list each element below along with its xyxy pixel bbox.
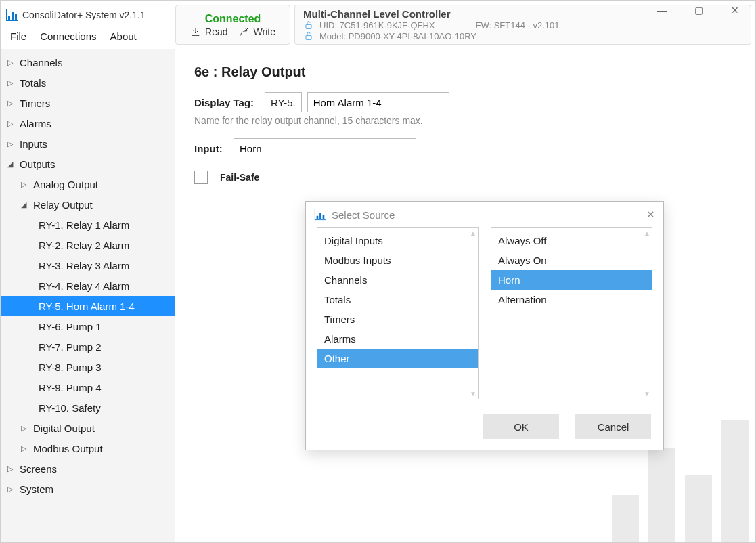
connection-status: Connected [205,13,261,25]
list-item[interactable]: Alarms [317,329,478,349]
list-item[interactable]: Modbus Inputs [317,251,478,270]
menu-about[interactable]: About [110,30,137,42]
menu-connections[interactable]: Connections [40,30,96,42]
nav-relay-output[interactable]: ◢Relay Output [1,194,175,215]
nav-analog-output[interactable]: ▷Analog Output [1,174,175,194]
display-tag-label: Display Tag: [194,97,259,108]
cancel-button[interactable]: Cancel [575,414,651,439]
app-title: ConsoliDator+ System v2.1.1 [22,9,146,20]
nav-channels[interactable]: ▷Channels [1,52,175,72]
nav-relay-item[interactable]: RY-3. Relay 3 Alarm [1,255,175,276]
section-title: 6e : Relay Output [194,64,305,80]
nav-tree[interactable]: ▷Channels ▷Totals ▷Timers ▷Alarms ▷Input… [1,49,175,542]
list-item-selected[interactable]: Horn [491,270,652,290]
category-listbox[interactable]: ▲ Digital Inputs Modbus Inputs Channels … [317,227,479,399]
dialog-title: Select Source [332,209,395,221]
nav-timers[interactable]: ▷Timers [1,93,175,113]
chevron-right-icon: ▷ [7,58,17,67]
list-item[interactable]: Always On [491,251,652,270]
window-controls: — ▢ ✕ [654,1,755,16]
scroll-down-icon: ▼ [470,390,476,397]
nav-relay-item[interactable]: RY-2. Relay 2 Alarm [1,235,175,255]
list-item[interactable]: Channels [317,270,478,290]
titlebar-left: ConsoliDator+ System v2.1.1 File Connect… [1,1,175,49]
device-uid: UID: 7C51-961K-9KJF-QFHX [319,20,435,30]
nav-relay-item[interactable]: RY-10. Safety [1,397,175,418]
write-label: Write [254,26,275,37]
dialog-titlebar: Select Source ✕ [306,202,663,227]
list-item[interactable]: Always Off [491,231,652,251]
read-label: Read [205,26,227,37]
nav-screens[interactable]: ▷Screens [1,458,175,479]
nav-alarms[interactable]: ▷Alarms [1,113,175,133]
chevron-right-icon: ▷ [21,424,30,433]
nav-inputs[interactable]: ▷Inputs [1,133,175,154]
chevron-right-icon: ▷ [7,485,17,494]
chevron-right-icon: ▷ [21,444,30,453]
chevron-down-icon: ◢ [21,200,30,209]
read-button[interactable]: Read [190,26,227,37]
input-label: Input: [194,143,228,154]
nav-system[interactable]: ▷System [1,479,175,499]
list-item[interactable]: Alternation [491,290,652,309]
section-header: 6e : Relay Output [194,64,736,80]
display-tag-help: Name for the relay output channel, 15 ch… [194,115,736,126]
chevron-right-icon: ▷ [7,464,17,473]
app-logo-icon [6,9,18,21]
nav-totals[interactable]: ▷Totals [1,72,175,93]
unlock-icon-2 [303,30,314,41]
nav-relay-item[interactable]: RY-8. Pump 3 [1,357,175,377]
list-item[interactable]: Timers [317,309,478,329]
svg-rect-1 [306,35,311,39]
maximize-button[interactable]: ▢ [690,5,707,16]
failsafe-row: Fail-Safe [194,171,736,184]
chevron-right-icon: ▷ [7,99,17,108]
chevron-right-icon: ▷ [7,79,17,87]
select-source-dialog: Select Source ✕ ▲ Digital Inputs Modbus … [305,201,664,450]
write-button[interactable]: Write [239,26,275,37]
titlebar: ConsoliDator+ System v2.1.1 File Connect… [1,1,755,49]
menubar: File Connections About [6,24,170,42]
list-item[interactable]: Totals [317,290,478,309]
dialog-close-button[interactable]: ✕ [646,209,655,221]
nav-relay-item[interactable]: RY-7. Pump 2 [1,336,175,357]
scroll-down-icon: ▼ [644,390,650,397]
nav-relay-item[interactable]: RY-9. Pump 4 [1,377,175,397]
nav-relay-item[interactable]: RY-6. Pump 1 [1,316,175,336]
chevron-right-icon: ▷ [21,180,30,189]
nav-relay-item[interactable]: RY-1. Relay 1 Alarm [1,215,175,235]
ok-button[interactable]: OK [483,414,559,439]
scroll-up-icon: ▲ [470,230,476,237]
option-listbox[interactable]: ▲ Always Off Always On Horn Alternation … [491,227,652,399]
display-tag-input[interactable] [307,92,449,112]
download-icon [190,26,201,37]
dialog-body: ▲ Digital Inputs Modbus Inputs Channels … [306,227,663,408]
body: ▷Channels ▷Totals ▷Timers ▷Alarms ▷Input… [1,49,755,542]
unlock-icon [303,20,314,30]
nav-modbus-output[interactable]: ▷Modbus Output [1,438,175,458]
app-logo-icon [315,209,326,220]
divider [312,72,736,72]
close-button[interactable]: ✕ [727,5,743,16]
menu-file[interactable]: File [10,30,26,42]
scroll-up-icon: ▲ [644,230,650,237]
failsafe-checkbox[interactable] [194,171,208,184]
nav-relay-item[interactable]: RY-4. Relay 4 Alarm [1,276,175,296]
svg-rect-0 [306,24,311,28]
display-tag-row: Display Tag: RY-5. [194,92,736,112]
minimize-button[interactable]: — [654,5,670,16]
input-source-field[interactable] [234,138,416,158]
share-icon [239,26,250,37]
chevron-down-icon: ◢ [7,160,17,169]
nav-relay-item-selected[interactable]: RY-5. Horn Alarm 1-4 [1,296,175,316]
nav-digital-output[interactable]: ▷Digital Output [1,418,175,438]
display-tag-prefix: RY-5. [265,92,302,112]
input-row: Input: [194,138,736,158]
device-model: Model: PD9000-XY-4PI-8AI-10AO-10RY [319,31,476,41]
list-item[interactable]: Digital Inputs [317,231,478,251]
nav-outputs[interactable]: ◢Outputs [1,154,175,174]
app-window: ConsoliDator+ System v2.1.1 File Connect… [0,0,756,543]
list-item-selected[interactable]: Other [317,349,478,368]
chevron-right-icon: ▷ [7,139,17,148]
status-panel: Connected Read Write [175,5,290,45]
